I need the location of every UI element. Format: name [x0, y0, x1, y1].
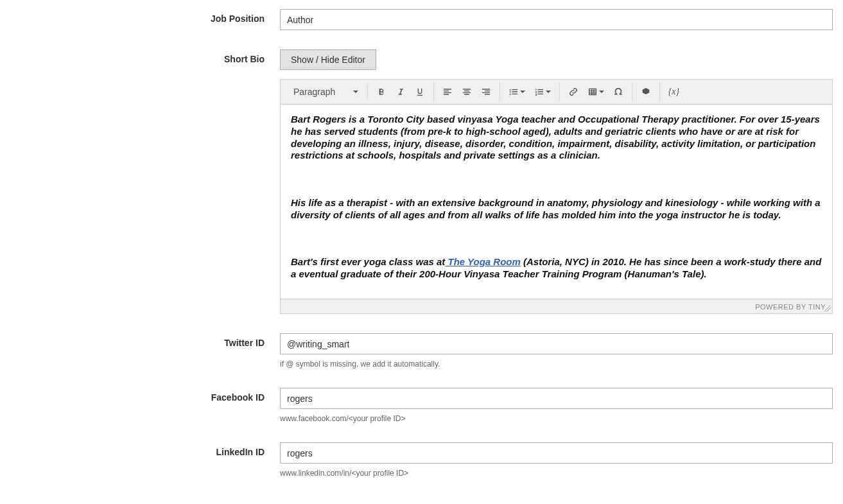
powered-by-tiny[interactable]: POWERED BY TINY	[755, 303, 826, 311]
label-facebook: Facebook ID	[10, 388, 280, 403]
table-button[interactable]	[583, 82, 609, 101]
facebook-help-text: www.facebook.com/<your profile ID>	[280, 414, 833, 423]
chevron-down-icon	[599, 91, 604, 93]
chevron-down-icon	[520, 91, 525, 93]
underline-button[interactable]	[410, 82, 430, 101]
row-short-bio: Short Bio Show / Hide Editor Paragraph	[0, 49, 843, 314]
variable-button[interactable]: {x}	[664, 82, 683, 101]
bio-paragraph: His life as a therapist - with an extens…	[291, 197, 822, 222]
row-linkedin: LinkedIn ID www.linkedin.com/in/<your pr…	[0, 442, 843, 478]
special-char-button[interactable]	[609, 82, 628, 101]
widget-button[interactable]	[636, 82, 656, 101]
chevron-down-icon	[546, 91, 551, 93]
editor-footer: POWERED BY TINY	[281, 299, 832, 313]
chevron-down-icon	[353, 91, 358, 93]
rich-text-editor: Paragraph	[280, 79, 833, 314]
editor-toolbar: Paragraph	[281, 80, 832, 105]
bio-paragraph: Bart's first ever yoga class was at The …	[291, 256, 822, 281]
resize-handle[interactable]	[824, 306, 831, 312]
numbered-list-button[interactable]	[530, 82, 555, 101]
align-right-button[interactable]	[476, 82, 496, 101]
align-center-button[interactable]	[457, 82, 476, 101]
italic-button[interactable]	[391, 82, 410, 101]
twitter-help-text: if @ symbol is missing, we add it automa…	[280, 360, 833, 369]
format-select-label: Paragraph	[293, 87, 335, 97]
label-job-position: Job Position	[10, 9, 280, 24]
twitter-input[interactable]	[280, 333, 833, 354]
facebook-input[interactable]	[280, 388, 833, 409]
toggle-editor-button[interactable]: Show / Hide Editor	[280, 49, 376, 70]
yoga-room-link[interactable]: The Yoga Room	[445, 256, 521, 267]
bold-button[interactable]	[372, 82, 391, 101]
editor-body[interactable]: Bart Rogers is a Toronto City based viny…	[281, 105, 832, 299]
link-button[interactable]	[564, 82, 583, 101]
job-position-input[interactable]	[280, 9, 833, 30]
linkedin-input[interactable]	[280, 442, 833, 464]
label-linkedin: LinkedIn ID	[10, 442, 280, 457]
format-select[interactable]: Paragraph	[288, 84, 363, 100]
bullet-list-button[interactable]	[504, 82, 530, 101]
linkedin-help-text: www.linkedin.com/in/<your profile ID>	[280, 469, 833, 478]
align-left-button[interactable]	[438, 82, 457, 101]
label-twitter: Twitter ID	[10, 333, 280, 348]
row-twitter: Twitter ID if @ symbol is missing, we ad…	[0, 333, 843, 369]
row-job-position: Job Position	[0, 9, 843, 30]
bio-paragraph: Bart Rogers is a Toronto City based viny…	[291, 114, 822, 162]
label-short-bio: Short Bio	[10, 49, 280, 64]
row-facebook: Facebook ID www.facebook.com/<your profi…	[0, 388, 843, 423]
